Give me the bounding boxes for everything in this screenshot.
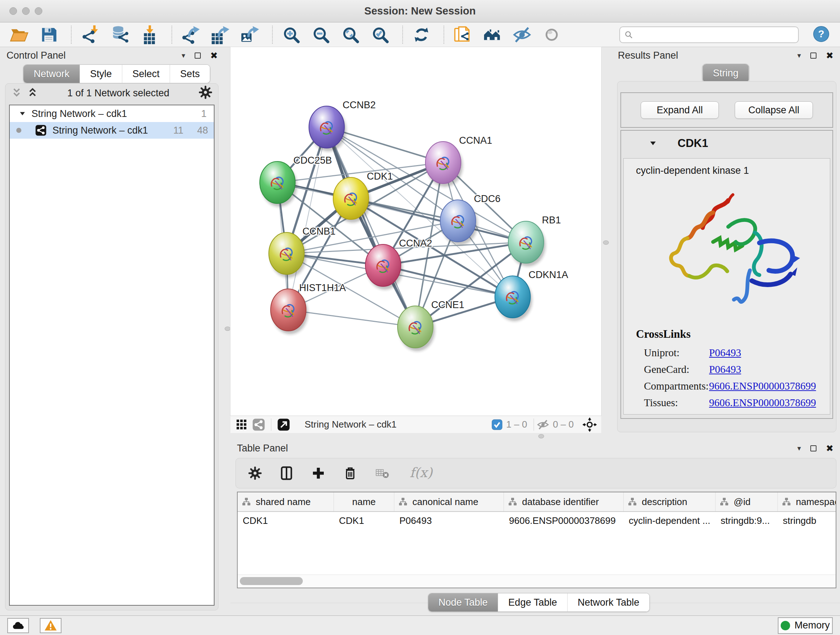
table-cell[interactable]: stringdb:9... xyxy=(715,512,778,529)
node-RB1[interactable] xyxy=(508,221,546,266)
tab-string[interactable]: String xyxy=(703,64,749,82)
collapse-all-networks-icon[interactable] xyxy=(11,87,22,99)
column-header-canonical-name[interactable]: canonical name xyxy=(394,492,504,511)
import-table-button[interactable] xyxy=(139,24,160,45)
open-file-button[interactable] xyxy=(9,24,30,45)
selected-checkbox-icon[interactable] xyxy=(492,419,502,430)
table-cell[interactable]: CDK1 xyxy=(334,512,394,529)
left-splitter[interactable] xyxy=(224,47,231,433)
tab-sets[interactable]: Sets xyxy=(170,65,210,83)
node-CCNB1[interactable] xyxy=(269,233,306,278)
export-network-button[interactable] xyxy=(180,24,201,45)
panel-float-icon[interactable] xyxy=(195,52,201,59)
zoom-out-button[interactable] xyxy=(310,24,332,45)
window-zoom-button[interactable] xyxy=(35,7,42,15)
delete-table-button[interactable] xyxy=(375,466,391,480)
table-hscrollbar[interactable] xyxy=(238,575,836,587)
show-all-button[interactable] xyxy=(541,24,562,45)
splitter-handle[interactable] xyxy=(225,326,231,331)
network-row[interactable]: String Network – cdk1 11 48 xyxy=(10,122,214,139)
delete-column-button[interactable] xyxy=(343,466,357,480)
node-CDC6[interactable] xyxy=(440,200,477,245)
network-canvas[interactable]: CCNB2CCNA1CDC25BCDK1CDC6RB1CCNB1CCNA2CDK… xyxy=(231,47,601,416)
panel-menu-icon[interactable]: ▾ xyxy=(182,52,185,59)
right-splitter[interactable] xyxy=(601,47,611,433)
panel-close-icon[interactable]: ✖ xyxy=(826,444,834,453)
table-cell[interactable]: cyclin-dependent ... xyxy=(624,512,715,529)
help-button[interactable]: ? xyxy=(813,25,830,44)
collection-caret-icon[interactable] xyxy=(19,111,26,117)
tab-network-table[interactable]: Network Table xyxy=(567,593,650,611)
table-settings-button[interactable] xyxy=(248,466,262,480)
expand-all-button[interactable]: Expand All xyxy=(641,101,719,119)
table-cell[interactable]: P06493 xyxy=(394,512,504,529)
column-header--id[interactable]: @id xyxy=(715,492,778,511)
detach-view-icon[interactable] xyxy=(277,418,290,431)
splitter-handle[interactable] xyxy=(603,241,609,245)
panel-close-icon[interactable]: ✖ xyxy=(210,51,218,60)
apply-layout-button[interactable] xyxy=(411,24,432,45)
function-builder-button[interactable]: f(x) xyxy=(408,465,439,481)
column-header-database-identifier[interactable]: database identifier xyxy=(504,492,624,511)
splitter-handle[interactable] xyxy=(538,434,544,439)
export-image-button[interactable] xyxy=(240,24,261,45)
crosslink-link[interactable]: P06493 xyxy=(709,344,741,361)
tab-network[interactable]: Network xyxy=(24,65,80,83)
expand-all-networks-icon[interactable] xyxy=(27,87,38,99)
hide-selected-button[interactable] xyxy=(512,24,532,45)
tab-node-table[interactable]: Node Table xyxy=(428,593,498,611)
tab-edge-table[interactable]: Edge Table xyxy=(498,593,567,611)
gene-caret-icon[interactable] xyxy=(649,140,657,147)
add-column-button[interactable] xyxy=(311,466,325,480)
panel-close-icon[interactable]: ✖ xyxy=(826,51,834,60)
save-session-button[interactable] xyxy=(38,24,59,45)
node-HIST1H1A[interactable] xyxy=(271,289,308,334)
crosslink-link[interactable]: 9606.ENSP00000378699 xyxy=(709,394,816,411)
crosslink-link[interactable]: P06493 xyxy=(709,361,741,378)
network-options-gear-icon[interactable] xyxy=(199,86,212,101)
cloud-status-button[interactable] xyxy=(7,618,29,633)
table-cell[interactable]: 9606.ENSP00000378699 xyxy=(504,512,624,529)
tab-style[interactable]: Style xyxy=(80,65,122,83)
window-minimize-button[interactable] xyxy=(22,7,30,15)
search-input[interactable] xyxy=(637,29,794,40)
hidden-eye-slash-icon[interactable] xyxy=(537,418,549,431)
panel-float-icon[interactable] xyxy=(810,52,816,59)
panel-menu-icon[interactable]: ▾ xyxy=(797,445,801,452)
crosslink-link[interactable]: 9606.ENSP00000378699 xyxy=(709,378,816,394)
import-network-file-button[interactable] xyxy=(80,24,101,45)
gene-section-header[interactable]: CDK1 xyxy=(621,131,832,156)
node-CCNB2[interactable] xyxy=(309,106,346,151)
show-columns-button[interactable] xyxy=(279,466,294,480)
network-badge-icon[interactable] xyxy=(252,418,265,431)
collapse-all-button[interactable]: Collapse All xyxy=(735,101,813,119)
warnings-button[interactable] xyxy=(40,618,62,633)
panel-float-icon[interactable] xyxy=(810,445,816,451)
first-neighbors-button[interactable] xyxy=(452,24,473,45)
node-CCNA1[interactable] xyxy=(425,141,463,187)
column-header-description[interactable]: description xyxy=(624,492,715,511)
zoom-in-button[interactable] xyxy=(281,24,302,45)
import-network-database-button[interactable] xyxy=(109,24,130,45)
node-CCNE1[interactable] xyxy=(398,306,435,351)
network-collection-row[interactable]: String Network – cdk1 1 xyxy=(10,105,214,122)
grid-mode-icon[interactable] xyxy=(236,419,247,430)
table-cell[interactable]: CDK1 xyxy=(238,512,334,529)
column-header-namespace[interactable]: namespace xyxy=(778,492,836,511)
panel-menu-icon[interactable]: ▾ xyxy=(797,52,801,59)
node-CDKN1A[interactable] xyxy=(495,276,532,321)
bottom-splitter[interactable] xyxy=(231,433,840,440)
node-CCNA2[interactable] xyxy=(365,244,403,290)
search-box[interactable] xyxy=(619,27,799,43)
home-button[interactable] xyxy=(482,24,503,45)
zoom-fit-button[interactable] xyxy=(340,24,361,45)
table-cell[interactable]: stringdb xyxy=(778,512,836,529)
tab-select[interactable]: Select xyxy=(122,65,170,83)
birdseye-crosshair-icon[interactable] xyxy=(583,417,597,432)
memory-button[interactable]: Memory xyxy=(778,617,833,634)
scrollbar-thumb[interactable] xyxy=(240,577,303,585)
zoom-selected-button[interactable] xyxy=(370,24,391,45)
export-table-button[interactable] xyxy=(210,24,231,45)
table-row[interactable]: CDK1CDK1P064939606.ENSP00000378699cyclin… xyxy=(238,512,836,529)
column-header-name[interactable]: name xyxy=(334,492,394,511)
